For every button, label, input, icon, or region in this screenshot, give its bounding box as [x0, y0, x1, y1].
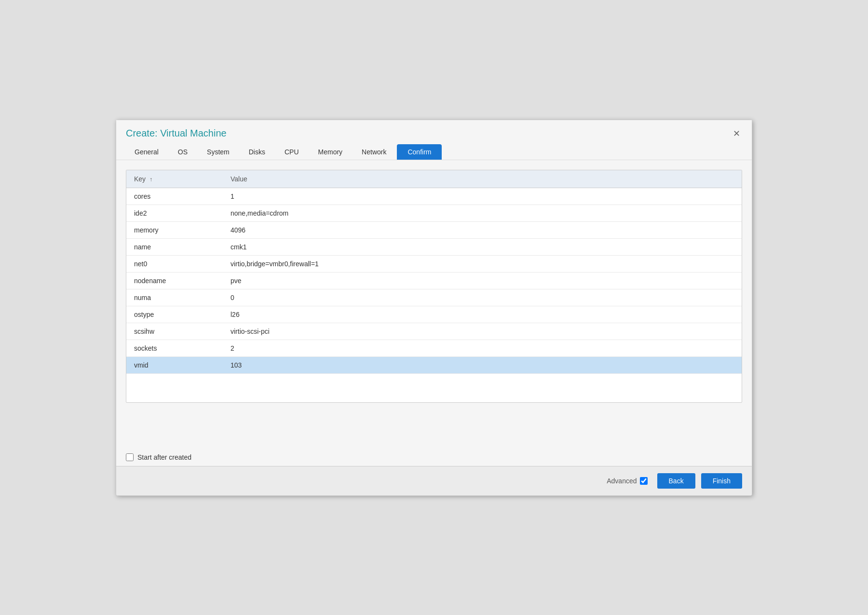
tab-system[interactable]: System: [198, 144, 238, 160]
close-icon: ✕: [733, 128, 740, 139]
cell-key: vmid: [126, 356, 223, 373]
close-button[interactable]: ✕: [731, 128, 742, 139]
cell-value: 1: [223, 188, 742, 205]
confirm-table-container: Key ↑ Value cores1ide2none,media=cdromme…: [126, 170, 742, 403]
advanced-label[interactable]: Advanced: [607, 477, 647, 485]
cell-value: virtio,bridge=vmbr0,firewall=1: [223, 255, 742, 272]
cell-value: 0: [223, 289, 742, 306]
sort-icon: ↑: [149, 176, 152, 183]
table-row[interactable]: scsihwvirtio-scsi-pci: [126, 323, 742, 340]
start-after-created-checkbox[interactable]: [126, 453, 134, 461]
cell-key: nodename: [126, 272, 223, 289]
cell-key: memory: [126, 221, 223, 238]
cell-key: name: [126, 238, 223, 255]
col-value-header: Value: [223, 170, 742, 188]
cell-value: l26: [223, 306, 742, 323]
tabs-bar: GeneralOSSystemDisksCPUMemoryNetworkConf…: [126, 144, 742, 160]
tab-disks[interactable]: Disks: [240, 144, 274, 160]
col-key-header[interactable]: Key ↑: [126, 170, 223, 188]
table-row[interactable]: vmid103: [126, 356, 742, 373]
advanced-checkbox[interactable]: [640, 477, 648, 485]
cell-value: 2: [223, 340, 742, 356]
create-vm-dialog: Create: Virtual Machine ✕ GeneralOSSyste…: [116, 120, 752, 496]
footer-options: Start after created: [116, 446, 752, 466]
table-row[interactable]: sockets2: [126, 340, 742, 356]
cell-value: 103: [223, 356, 742, 373]
cell-key: net0: [126, 255, 223, 272]
cell-value: cmk1: [223, 238, 742, 255]
tab-memory[interactable]: Memory: [310, 144, 352, 160]
start-after-created-text: Start after created: [137, 453, 191, 461]
finish-button[interactable]: Finish: [701, 473, 742, 489]
dialog-body: Key ↑ Value cores1ide2none,media=cdromme…: [116, 160, 752, 446]
cell-key: ostype: [126, 306, 223, 323]
title-row: Create: Virtual Machine ✕: [126, 128, 742, 139]
table-row[interactable]: ide2none,media=cdrom: [126, 205, 742, 221]
dialog-title: Create: Virtual Machine: [126, 128, 227, 139]
table-row[interactable]: ostypel26: [126, 306, 742, 323]
cell-value: pve: [223, 272, 742, 289]
cell-value: none,media=cdrom: [223, 205, 742, 221]
advanced-text: Advanced: [607, 477, 637, 485]
confirm-table: Key ↑ Value cores1ide2none,media=cdromme…: [126, 170, 742, 403]
tab-confirm[interactable]: Confirm: [397, 144, 442, 160]
cell-value: 4096: [223, 221, 742, 238]
table-row[interactable]: memory4096: [126, 221, 742, 238]
table-row[interactable]: namecmk1: [126, 238, 742, 255]
table-row[interactable]: net0virtio,bridge=vmbr0,firewall=1: [126, 255, 742, 272]
cell-key: scsihw: [126, 323, 223, 340]
cell-key: numa: [126, 289, 223, 306]
table-row[interactable]: cores1: [126, 188, 742, 205]
cell-value: virtio-scsi-pci: [223, 323, 742, 340]
back-button[interactable]: Back: [657, 473, 695, 489]
table-row[interactable]: numa0: [126, 289, 742, 306]
cell-key: ide2: [126, 205, 223, 221]
tab-network[interactable]: Network: [353, 144, 395, 160]
dialog-header: Create: Virtual Machine ✕ GeneralOSSyste…: [116, 120, 752, 160]
tab-cpu[interactable]: CPU: [276, 144, 308, 160]
start-after-created-label[interactable]: Start after created: [126, 453, 191, 461]
cell-key: sockets: [126, 340, 223, 356]
empty-space-row: [126, 373, 742, 402]
dialog-footer: Advanced Back Finish: [116, 466, 752, 495]
tab-os[interactable]: OS: [169, 144, 196, 160]
tab-general[interactable]: General: [126, 144, 167, 160]
table-row[interactable]: nodenamepve: [126, 272, 742, 289]
cell-key: cores: [126, 188, 223, 205]
